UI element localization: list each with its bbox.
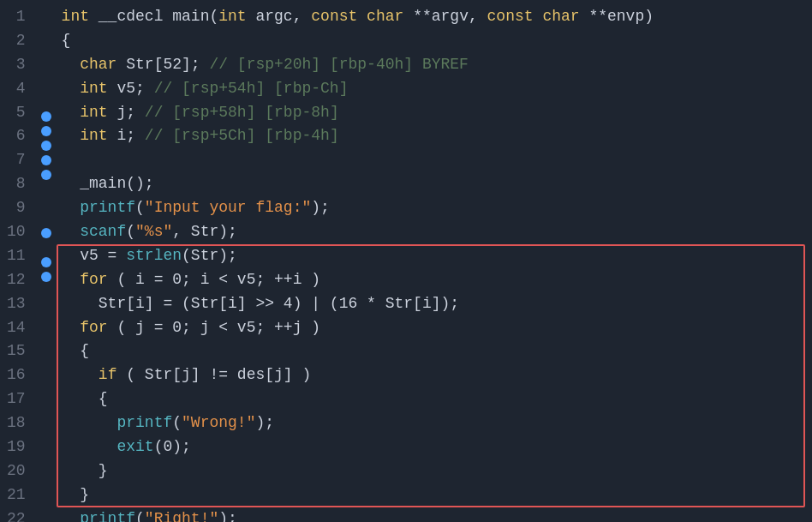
token-kw: for bbox=[80, 319, 107, 336]
line-numbers: 123456789101112131415161718192021222324 bbox=[0, 5, 38, 517]
token-plain bbox=[62, 223, 81, 240]
code-line: int __cdecl main(int argc, const char **… bbox=[62, 5, 812, 29]
token-plain bbox=[62, 438, 117, 455]
line-number: 3 bbox=[7, 53, 26, 77]
code-line: printf("Wrong!"); bbox=[62, 411, 812, 435]
token-plain bbox=[62, 510, 81, 522]
token-str: "%s" bbox=[135, 223, 172, 240]
token-kw: int bbox=[218, 8, 246, 25]
line-number: 14 bbox=[7, 316, 26, 340]
token-plain: ( j = 0; j < v5; ++j ) bbox=[108, 319, 320, 336]
token-plain: __cdecl main( bbox=[89, 8, 218, 25]
line-number: 15 bbox=[7, 339, 26, 363]
token-plain: , Str); bbox=[172, 223, 237, 240]
breakpoint-empty bbox=[41, 184, 51, 195]
token-plain bbox=[534, 8, 543, 25]
token-fn-call: scanf bbox=[80, 223, 126, 240]
code-line: if ( Str[j] != des[j] ) bbox=[62, 363, 812, 387]
line-number: 20 bbox=[7, 459, 26, 483]
token-fn-call: printf bbox=[80, 510, 135, 522]
token-kw: char bbox=[542, 8, 579, 25]
breakpoint-empty bbox=[41, 39, 51, 49]
line-number: 4 bbox=[7, 77, 26, 101]
token-str: "Input your flag:" bbox=[145, 199, 311, 216]
token-plain: **envp) bbox=[580, 8, 654, 25]
token-plain: v5; bbox=[108, 80, 154, 97]
token-plain: } bbox=[62, 486, 89, 503]
code-line: scanf("%s", Str); bbox=[62, 220, 812, 244]
token-plain: ); bbox=[218, 510, 237, 522]
breakpoint-empty bbox=[41, 9, 51, 20]
line-number: 17 bbox=[7, 387, 26, 411]
code-line: for ( j = 0; j < v5; ++j ) bbox=[62, 316, 812, 340]
token-plain: v5 = bbox=[62, 247, 127, 264]
breakpoint-dot bbox=[41, 257, 51, 267]
token-plain: Str[i] = (Str[i] >> 4) | (16 * Str[i]); bbox=[62, 295, 459, 312]
breakpoint-empty bbox=[41, 68, 51, 78]
line-number: 21 bbox=[7, 483, 26, 507]
token-plain: { bbox=[62, 342, 89, 359]
token-kw: const bbox=[311, 8, 357, 25]
code-line: exit(0); bbox=[62, 435, 812, 459]
token-kw: const bbox=[487, 8, 534, 25]
code-line: { bbox=[62, 387, 812, 411]
code-line: printf("Input your flag:"); bbox=[62, 196, 812, 220]
token-plain: (0); bbox=[154, 438, 191, 455]
token-kw: int bbox=[62, 8, 89, 25]
token-plain bbox=[62, 366, 99, 383]
breakpoint-empty bbox=[41, 243, 51, 253]
token-cm: // [rsp+5Ch] [rbp-4h] bbox=[145, 127, 339, 144]
line-number: 11 bbox=[7, 244, 26, 268]
line-number: 22 bbox=[7, 507, 26, 522]
token-plain: i; bbox=[108, 127, 145, 144]
token-plain: **argv, bbox=[403, 8, 487, 25]
token-cm: // [rsp+58h] [rbp-8h] bbox=[145, 104, 339, 121]
breakpoint-empty bbox=[41, 82, 51, 93]
token-plain: ); bbox=[255, 414, 274, 431]
token-plain bbox=[62, 271, 81, 288]
token-str: "Wrong!" bbox=[182, 414, 255, 431]
code-line: int v5; // [rsp+54h] [rbp-Ch] bbox=[62, 77, 812, 101]
breakpoint-empty bbox=[41, 286, 51, 297]
code-line: printf("Right!"); bbox=[62, 507, 812, 522]
code-line: } bbox=[62, 483, 812, 507]
token-plain bbox=[62, 127, 81, 144]
line-number: 5 bbox=[7, 101, 26, 125]
code-line: for ( i = 0; i < v5; ++i ) bbox=[62, 268, 812, 292]
breakpoint-dot bbox=[41, 272, 51, 282]
code-editor: 123456789101112131415161718192021222324 … bbox=[0, 0, 812, 522]
token-plain bbox=[62, 319, 81, 336]
breakpoint-dot bbox=[41, 126, 51, 136]
token-plain bbox=[357, 8, 367, 25]
token-plain: ( Str[j] != des[j] ) bbox=[116, 366, 311, 383]
token-cm: // [rsp+20h] [rbp-40h] BYREF bbox=[209, 56, 468, 73]
breakpoint-empty bbox=[41, 345, 51, 355]
line-number: 10 bbox=[7, 220, 26, 244]
token-fn-call: strlen bbox=[126, 247, 182, 264]
breakpoint-empty bbox=[41, 24, 51, 34]
token-str: "Right!" bbox=[145, 510, 218, 522]
breakpoint-dot bbox=[41, 170, 51, 180]
breakpoint-empty bbox=[41, 330, 51, 340]
token-plain: ( bbox=[126, 223, 135, 240]
breakpoint-empty bbox=[41, 199, 51, 209]
token-kw: int bbox=[80, 127, 107, 144]
breakpoint-dot bbox=[41, 141, 51, 151]
line-number: 6 bbox=[7, 124, 26, 148]
token-plain: ( bbox=[135, 510, 145, 522]
line-number: 12 bbox=[7, 268, 26, 292]
code-line: { bbox=[62, 29, 812, 53]
breakpoint-empty bbox=[41, 53, 51, 63]
code-line: v5 = strlen(Str); bbox=[62, 244, 812, 268]
token-plain: j; bbox=[108, 104, 145, 121]
breakpoint-dot bbox=[41, 228, 51, 238]
token-kw: int bbox=[80, 80, 107, 97]
token-plain bbox=[62, 80, 81, 97]
line-number: 19 bbox=[7, 435, 26, 459]
line-number: 8 bbox=[7, 172, 26, 196]
token-fn-call: exit bbox=[116, 438, 153, 455]
breakpoint-empty bbox=[41, 213, 51, 224]
code-line: int j; // [rsp+58h] [rbp-8h] bbox=[62, 101, 812, 125]
token-fn-call: printf bbox=[80, 199, 135, 216]
token-plain: (Str); bbox=[182, 247, 237, 264]
